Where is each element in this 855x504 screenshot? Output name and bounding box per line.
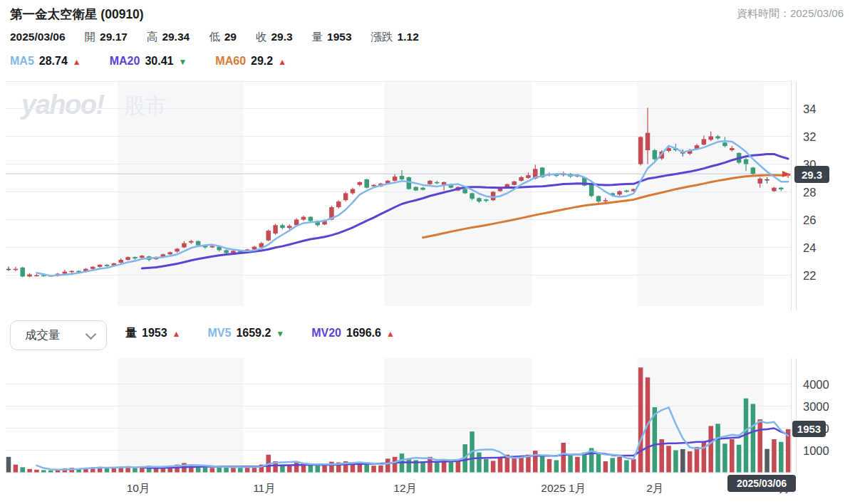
svg-text:22: 22: [803, 269, 816, 282]
data-time-label: 資料時間：2025/03/06: [737, 7, 844, 21]
svg-text:10月: 10月: [127, 482, 150, 494]
volume-legend-item: 量 1953 ▲: [125, 326, 180, 341]
svg-text:26: 26: [803, 214, 816, 226]
quote-date: 2025/03/06: [10, 31, 66, 43]
current-date-badge: 2025/03/06: [727, 475, 796, 492]
trend-up-icon: ▲: [172, 329, 181, 339]
volume-indicator-selector[interactable]: 成交量: [10, 320, 107, 350]
quote-change: 漲跌1.12: [371, 30, 419, 45]
current-price-badge: 29.3: [794, 166, 829, 183]
chevron-down-icon: [86, 328, 97, 340]
current-volume-badge: 1953: [792, 421, 826, 437]
mv20-legend-item: MV20 1696.6 ▲: [311, 327, 395, 340]
stock-charts-canvas[interactable]: yahoo!股市22242628303234100020003000400010…: [0, 0, 855, 504]
page-title: 第一金太空衛星 (00910): [10, 6, 144, 23]
trend-down-icon: ▼: [276, 329, 284, 339]
quote-info-row: 2025/03/06 開29.17 高29.34 低29 收29.3 量1953…: [10, 30, 419, 45]
svg-text:3000: 3000: [803, 400, 829, 413]
quote-high: 高29.34: [147, 30, 190, 45]
quote-volume: 量1953: [312, 30, 352, 45]
svg-text:32: 32: [803, 130, 816, 143]
quote-open: 開29.17: [85, 30, 128, 45]
ma60-legend-item: MA60 29.2 ▲: [215, 55, 286, 68]
svg-text:11月: 11月: [253, 482, 276, 494]
svg-text:28: 28: [803, 186, 816, 199]
ma20-legend-item: MA20 30.41 ▼: [110, 55, 187, 68]
svg-text:1000: 1000: [803, 444, 829, 457]
trend-up-icon: ▲: [73, 57, 81, 67]
volume-legend: 量 1953 ▲ MV5 1659.2 ▼ MV20 1696.6 ▲: [125, 326, 395, 341]
trend-up-icon: ▲: [386, 329, 395, 339]
ma5-legend-item: MA5 28.74 ▲: [10, 55, 81, 68]
svg-text:34: 34: [803, 103, 816, 115]
ma-legend: MA5 28.74 ▲ MA20 30.41 ▼ MA60 29.2 ▲: [10, 55, 286, 68]
svg-text:2月: 2月: [646, 482, 663, 494]
svg-text:股市: 股市: [124, 94, 167, 117]
svg-text:2025 1月: 2025 1月: [541, 482, 586, 494]
svg-text:yahoo!: yahoo!: [20, 90, 104, 120]
svg-text:24: 24: [803, 241, 816, 254]
trend-down-icon: ▼: [178, 57, 187, 67]
stock-chart-page: yahoo!股市22242628303234100020003000400010…: [0, 0, 855, 504]
quote-low: 低29: [209, 30, 237, 45]
svg-text:4000: 4000: [803, 378, 829, 391]
trend-up-icon: ▲: [278, 57, 286, 67]
svg-text:12月: 12月: [393, 482, 417, 494]
quote-close: 收29.3: [256, 30, 293, 45]
mv5-legend-item: MV5 1659.2 ▼: [207, 327, 284, 340]
